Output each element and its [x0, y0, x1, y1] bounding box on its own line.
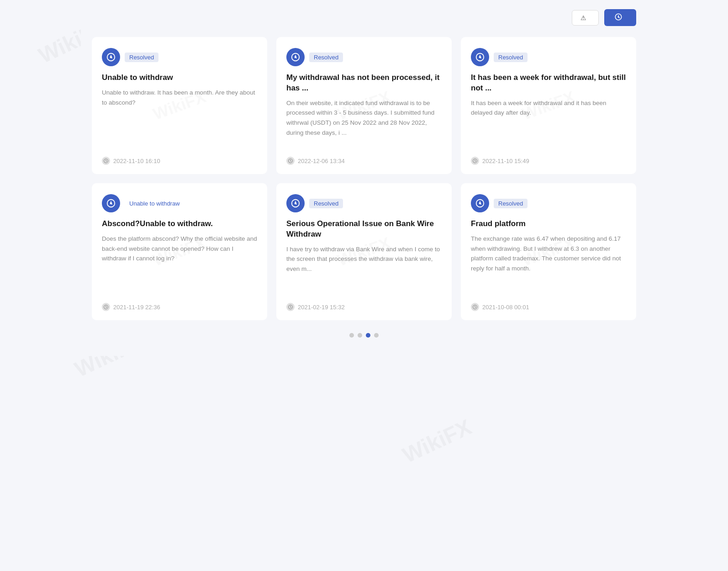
card-header: Resolved	[286, 48, 442, 66]
card-body: On their website, it indicated fund with…	[286, 98, 442, 148]
card-date: 2021-11-19 22:36	[113, 304, 160, 311]
card-header: Resolved	[286, 194, 442, 212]
svg-point-3	[110, 56, 112, 58]
svg-point-1	[618, 16, 619, 18]
status-badge: Resolved	[309, 199, 343, 208]
card-header: Resolved	[471, 48, 626, 66]
card-title: Abscond?Unable to withdraw.	[102, 219, 257, 229]
clock-icon	[286, 303, 295, 311]
pagination	[92, 333, 636, 338]
pagination-dot[interactable]	[349, 333, 354, 338]
card-body: It has been a week for withdrawal and it…	[471, 98, 626, 148]
avatar	[471, 48, 489, 66]
card-body: The exchange rate was 6.47 when depositi…	[471, 234, 626, 295]
complaint-button[interactable]: ⚠	[572, 10, 599, 26]
status-badge: Resolved	[125, 53, 158, 62]
card-item[interactable]: WikiFX Resolved Fraud platform The excha…	[461, 183, 636, 320]
card-title: My withdrawal has not been processed, it…	[286, 73, 442, 94]
clock-icon	[102, 303, 110, 311]
avatar	[286, 194, 305, 212]
svg-point-9	[479, 56, 481, 58]
clock-icon	[102, 157, 110, 165]
card-footer: 2022-11-10 15:49	[471, 157, 626, 165]
warning-icon: ⚠	[580, 14, 586, 21]
status-badge: Resolved	[494, 199, 528, 208]
card-footer: 2021-11-19 22:36	[102, 303, 257, 311]
card-title: Unable to withdraw	[102, 73, 257, 83]
pagination-dot[interactable]	[374, 333, 379, 338]
svg-point-12	[110, 202, 112, 205]
card-date: 2022-11-10 15:49	[482, 158, 529, 164]
card-footer: 2021-10-08 00:01	[471, 303, 626, 311]
clock-icon	[471, 157, 479, 165]
clock-icon	[286, 157, 295, 165]
card-body: I have try to withdraw via Bank Wire and…	[286, 244, 442, 295]
card-footer: 2022-11-10 16:10	[102, 157, 257, 165]
avatar	[102, 194, 120, 212]
card-footer: 2022-12-06 13:34	[286, 157, 442, 165]
header-right: ⚠	[572, 9, 636, 26]
card-date: 2021-10-08 00:01	[482, 304, 529, 311]
card-header: Resolved	[102, 48, 257, 66]
card-header: Unable to withdraw	[102, 194, 257, 212]
card-title: It has been a week for withdrawal, but s…	[471, 73, 626, 94]
expose-icon	[614, 13, 622, 22]
card-header: Resolved	[471, 194, 626, 212]
card-title: Serious Operational Issue on Bank Wire W…	[286, 219, 442, 240]
card-footer: 2021-02-19 15:32	[286, 303, 442, 311]
card-body: Unable to withdraw. It has been a month.…	[102, 88, 257, 148]
card-body: Does the platform abscond? Why the offic…	[102, 234, 257, 295]
svg-point-15	[295, 202, 297, 205]
cards-grid: WikiFX Resolved Unable to withdraw Unabl…	[92, 37, 636, 320]
svg-point-6	[295, 56, 297, 58]
status-badge: Resolved	[494, 53, 528, 62]
card-date: 2022-11-10 16:10	[113, 158, 160, 164]
card-item[interactable]: WikiFX Resolved Serious Operational Issu…	[276, 183, 452, 320]
card-item[interactable]: WikiFX Unable to withdraw Abscond?Unable…	[92, 183, 267, 320]
avatar	[471, 194, 489, 212]
card-date: 2021-02-19 15:32	[298, 304, 345, 311]
card-date: 2022-12-06 13:34	[298, 158, 345, 164]
avatar	[102, 48, 120, 66]
expose-button[interactable]	[604, 9, 636, 26]
svg-point-18	[479, 202, 481, 205]
clock-icon	[471, 303, 479, 311]
card-item[interactable]: WikiFX Resolved My withdrawal has not be…	[276, 37, 452, 174]
pagination-dot[interactable]	[358, 333, 362, 338]
page-wrapper: ⚠ WikiFX	[81, 0, 647, 356]
card-item[interactable]: WikiFX Resolved It has been a week for w…	[461, 37, 636, 174]
status-badge: Unable to withdraw	[125, 199, 185, 208]
avatar	[286, 48, 305, 66]
card-title: Fraud platform	[471, 219, 626, 229]
header: ⚠	[92, 9, 636, 26]
status-badge: Resolved	[309, 53, 343, 62]
pagination-dot[interactable]	[366, 333, 370, 338]
card-item[interactable]: WikiFX Resolved Unable to withdraw Unabl…	[92, 37, 267, 174]
